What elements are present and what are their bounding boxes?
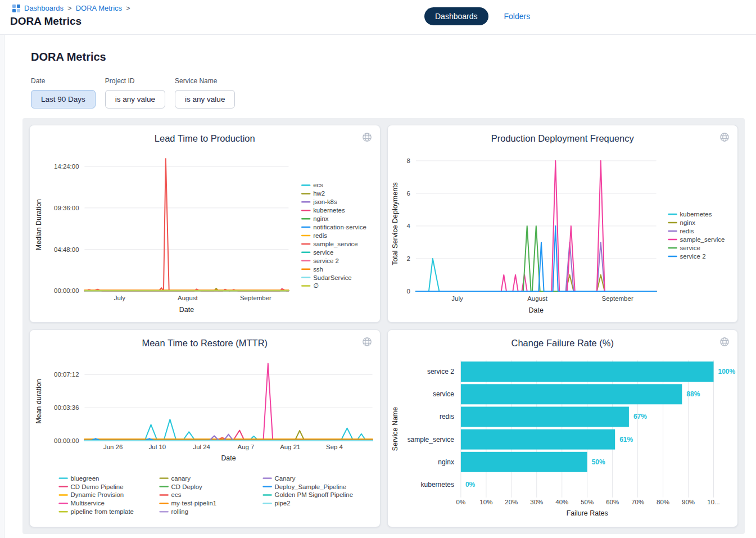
- svg-text:61%: 61%: [619, 436, 633, 444]
- svg-text:service 2: service 2: [313, 257, 339, 264]
- svg-text:00:00:00: 00:00:00: [54, 437, 79, 444]
- svg-text:Golden PM Signoff Pipeline: Golden PM Signoff Pipeline: [275, 491, 353, 498]
- svg-text:sample_service: sample_service: [407, 436, 454, 444]
- chart-title-change-failure-rate: Change Failure Rate (%): [388, 330, 738, 352]
- filter-service-name-label: Service Name: [175, 77, 235, 85]
- card-lead-time-to-production: Lead Time to Production 00:00:0004:48:00…: [29, 125, 381, 323]
- filter-project-id: Project ID is any value: [105, 77, 165, 108]
- svg-text:SudarService: SudarService: [313, 274, 352, 281]
- svg-text:40%: 40%: [555, 499, 568, 505]
- filter-project-id-value-button[interactable]: is any value: [105, 90, 165, 108]
- breadcrumb-link-dashboards[interactable]: Dashboards: [24, 4, 64, 12]
- svg-text:kubernetes: kubernetes: [420, 481, 454, 489]
- svg-text:88%: 88%: [686, 390, 700, 398]
- svg-text:redis: redis: [439, 413, 454, 421]
- svg-text:00:07:12: 00:07:12: [54, 371, 79, 378]
- svg-text:04:48:00: 04:48:00: [54, 246, 79, 253]
- svg-text:September: September: [601, 295, 633, 302]
- svg-text:service 2: service 2: [427, 368, 454, 376]
- chart-mttr-canvas: 00:00:0000:03:3600:07:12Jun 26Jul 10Jul …: [30, 352, 380, 527]
- svg-text:canary: canary: [171, 475, 191, 482]
- chart-change-failure-rate-canvas: 0%10%20%30%40%50%60%70%80%90%10...servic…: [388, 352, 738, 527]
- svg-text:redis: redis: [313, 232, 327, 239]
- chart-title-mttr: Mean Time to Restore (MTTR): [30, 330, 380, 352]
- svg-text:CD Demo Pipeline: CD Demo Pipeline: [71, 483, 124, 490]
- svg-text:August: August: [178, 295, 198, 301]
- breadcrumb-separator: >: [67, 4, 72, 12]
- svg-text:Jun 26: Jun 26: [103, 444, 123, 450]
- svg-text:July: July: [451, 295, 463, 302]
- card-mean-time-to-restore: Mean Time to Restore (MTTR) 00:00:0000:0…: [29, 329, 381, 527]
- tab-dashboards[interactable]: Dashboards: [424, 7, 488, 25]
- breadcrumb-link-dora-metrics[interactable]: DORA Metrics: [76, 4, 122, 12]
- svg-text:09:36:00: 09:36:00: [54, 205, 79, 211]
- filter-date-value-button[interactable]: Last 90 Days: [31, 90, 96, 108]
- filter-date-label: Date: [31, 77, 96, 85]
- card-change-failure-rate: Change Failure Rate (%) 0%10%20%30%40%50…: [387, 329, 739, 527]
- svg-text:pipe2: pipe2: [275, 500, 291, 507]
- chart-title-deployment-frequency: Production Deployment Frequency: [388, 125, 738, 148]
- svg-text:8: 8: [406, 157, 410, 164]
- svg-text:Aug 21: Aug 21: [280, 444, 300, 450]
- svg-text:100%: 100%: [718, 368, 735, 376]
- svg-text:90%: 90%: [682, 499, 695, 505]
- svg-text:Service Name: Service Name: [391, 407, 399, 451]
- svg-text:60%: 60%: [606, 499, 619, 505]
- svg-text:service: service: [432, 390, 454, 398]
- chart-deployment-frequency-canvas: 02468JulyAugustSeptemberDateTotal Servic…: [388, 148, 738, 323]
- page-title: DORA Metrics: [4, 35, 756, 64]
- svg-text:rolling: rolling: [171, 508, 188, 515]
- svg-text:redis: redis: [680, 228, 694, 234]
- svg-text:30%: 30%: [530, 499, 543, 505]
- svg-text:nginx: nginx: [313, 215, 329, 222]
- svg-text:6: 6: [406, 190, 410, 197]
- svg-text:2: 2: [406, 255, 410, 262]
- svg-text:00:00:00: 00:00:00: [54, 287, 79, 294]
- globe-icon[interactable]: [719, 132, 730, 142]
- filter-service-name: Service Name is any value: [175, 77, 235, 108]
- svg-text:Deploy_Sample_Pipeline: Deploy_Sample_Pipeline: [275, 483, 347, 490]
- svg-text:nginx: nginx: [680, 219, 695, 226]
- svg-text:10%: 10%: [479, 499, 492, 505]
- window-title: DORA Metrics: [10, 15, 82, 28]
- tab-folders[interactable]: Folders: [504, 12, 531, 21]
- svg-text:67%: 67%: [633, 413, 646, 421]
- filter-project-id-label: Project ID: [105, 77, 165, 85]
- svg-text:Failure Rates: Failure Rates: [566, 509, 608, 517]
- svg-text:Median Duration: Median Duration: [35, 199, 43, 250]
- svg-text:hw2: hw2: [313, 190, 325, 197]
- svg-text:50%: 50%: [591, 458, 605, 466]
- svg-text:Date: Date: [528, 306, 543, 314]
- breadcrumb-separator: >: [126, 4, 130, 12]
- globe-icon[interactable]: [362, 132, 372, 142]
- svg-text:50%: 50%: [581, 499, 594, 505]
- svg-text:∅: ∅: [313, 282, 319, 289]
- globe-icon[interactable]: [362, 337, 372, 347]
- svg-text:70%: 70%: [631, 499, 644, 505]
- dashboard-grid: Lead Time to Production 00:00:0004:48:00…: [22, 118, 745, 534]
- svg-text:kubernetes: kubernetes: [313, 207, 345, 214]
- svg-text:ecs: ecs: [171, 491, 182, 498]
- svg-text:August: August: [527, 295, 548, 302]
- svg-text:Mean duration: Mean duration: [35, 379, 43, 424]
- filter-date: Date Last 90 Days: [31, 77, 96, 108]
- main-content: DORA Metrics Date Last 90 Days Project I…: [4, 35, 756, 538]
- svg-text:Sep 4: Sep 4: [326, 444, 343, 450]
- dashboards-grid-icon: [12, 4, 20, 12]
- svg-text:Multiservice: Multiservice: [71, 500, 105, 507]
- globe-icon[interactable]: [719, 337, 730, 347]
- svg-text:my-test-pipelin1: my-test-pipelin1: [171, 500, 217, 507]
- svg-text:notification-service: notification-service: [313, 224, 366, 230]
- breadcrumb: Dashboards > DORA Metrics >: [12, 4, 130, 12]
- filter-service-name-value-button[interactable]: is any value: [175, 90, 235, 108]
- svg-text:September: September: [240, 295, 271, 301]
- svg-text:service: service: [313, 249, 333, 256]
- svg-text:service 2: service 2: [680, 253, 705, 260]
- svg-text:bluegreen: bluegreen: [71, 475, 99, 482]
- svg-text:service: service: [680, 245, 700, 251]
- svg-text:CD Deploy: CD Deploy: [171, 483, 203, 490]
- svg-text:Aug 7: Aug 7: [238, 444, 255, 450]
- svg-text:4: 4: [406, 223, 410, 229]
- svg-text:sample_service: sample_service: [313, 241, 357, 247]
- filter-bar: Date Last 90 Days Project ID is any valu…: [4, 64, 756, 108]
